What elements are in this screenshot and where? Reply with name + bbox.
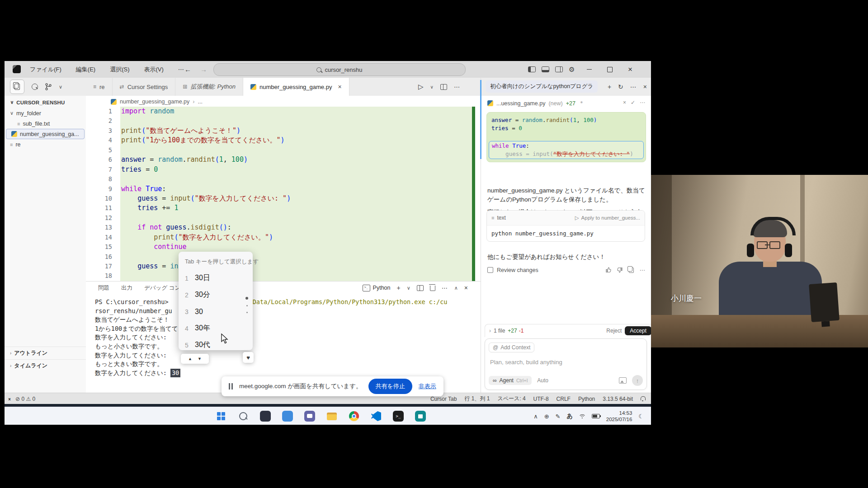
terminal-app-icon[interactable]: >_ [392,410,404,422]
stop-sharing-button[interactable]: 共有を停止 [368,379,412,394]
ime-candidate[interactable]: 430年 [185,320,210,337]
panel-more-icon[interactable]: ⋯ [442,285,448,291]
menu-item[interactable]: ファイル(F) [27,64,64,75]
wifi-icon[interactable] [579,414,585,418]
accept-all-button[interactable]: Accept [625,326,651,335]
notifications-bell-icon[interactable] [641,396,646,400]
search-view-icon[interactable] [32,84,38,90]
chevron-right-icon[interactable]: › [489,328,491,334]
chat-close-icon[interactable]: × [643,83,647,90]
tree-item[interactable]: ∨my_folder [5,108,86,118]
chat-history-icon[interactable]: ↻ [618,83,623,90]
close-panel-icon[interactable]: × [464,284,468,291]
new-terminal-icon[interactable]: + [397,284,401,291]
chevron-down-icon[interactable]: ∨ [59,84,62,90]
do-not-disturb-icon[interactable]: ☾ [638,413,644,420]
chat-file-undo-icon[interactable]: × [623,99,626,106]
split-editor-icon[interactable] [440,84,447,90]
taskbar-teams-icon[interactable] [304,410,316,422]
send-button[interactable]: ↑ [632,375,643,386]
thumbs-down-icon[interactable] [617,267,623,273]
tree-item[interactable]: ≡sub_file.txt [5,118,86,129]
network-globe-icon[interactable]: ⊕ [544,413,549,420]
files-count[interactable]: 1 file [494,328,505,334]
code-editor[interactable]: number_guessing_game.py › ... 1import ra… [86,96,481,281]
terminal-shell-chip[interactable]: >_ Python [363,285,391,291]
section-タイムライン[interactable]: ›タイムライン [5,359,86,372]
nav-back-icon[interactable]: ← [184,66,191,73]
terminal-dropdown-icon[interactable]: ∨ [407,285,410,291]
status-item[interactable]: CRLF [557,396,571,402]
pause-share-icon[interactable] [229,383,233,389]
panel-sash[interactable] [480,80,481,159]
taskbar-search-icon[interactable] [237,410,249,422]
panel-tab-問題[interactable]: 問題 [98,284,109,292]
status-item[interactable]: スペース: 4 [497,395,525,403]
panel-tab-出力[interactable]: 出力 [121,284,132,292]
toggle-panel-icon[interactable] [542,66,549,72]
code-card-command[interactable]: python number_guessing_game.py [487,225,645,241]
chat-composer[interactable]: @ Add Context Plan, search, build anythi… [485,338,647,390]
terminal-output[interactable]: PS C:\cursor_renshu> Data/Local/Programs… [95,298,447,377]
tab--python[interactable]: ⊞拡張機能: Python [175,78,243,96]
close-tab-icon[interactable]: × [338,83,341,90]
gear-icon[interactable]: ⚙ [569,66,575,73]
maximize-panel-icon[interactable]: ∧ [454,285,458,291]
vscode-icon[interactable] [370,410,382,422]
hide-share-bar-link[interactable]: 非表示 [419,382,436,390]
tab-number-guessing-game-py[interactable]: number_guessing_game.py× [243,78,349,96]
new-chat-icon[interactable]: + [608,83,611,90]
ime-favorite-icon[interactable]: ♥ [243,352,254,363]
chat-more-icon[interactable]: ⋯ [630,83,637,90]
ime-candidate[interactable]: 530代 [185,337,210,353]
command-search-input[interactable]: cursor_renshu [213,63,466,76]
run-dropdown-icon[interactable]: ∨ [430,84,434,89]
pen-icon[interactable]: ✎ [556,413,561,420]
breadcrumb[interactable]: number_guessing_game.py › ... [111,97,203,106]
taskbar-clock[interactable]: 14:53 2025/07/16 [606,410,632,422]
section-アウトライン[interactable]: ›アウトライン [5,347,86,359]
run-python-button[interactable]: ▷ [418,83,424,91]
file-explorer-icon[interactable] [326,410,338,422]
review-changes-label[interactable]: Review changes [497,267,538,273]
nav-forward-icon[interactable]: → [200,66,207,73]
chat-file-more-icon[interactable]: ⋯ [640,99,645,106]
menu-item[interactable]: 表示(V) [142,64,166,75]
review-more-icon[interactable]: ⋯ [640,267,646,273]
taskbar-widgets-icon[interactable] [282,410,293,422]
ime-mode-indicator[interactable]: あ [566,412,572,420]
tray-chevron-icon[interactable]: ∧ [533,413,538,420]
explorer-view-button[interactable] [10,80,24,94]
agent-mode-chip[interactable]: ∞ Agent Ctrl+I [489,376,532,385]
ime-page-up-icon[interactable]: ▲ [188,357,192,361]
ime-candidate[interactable]: 330 [185,303,210,320]
remote-indicator-icon[interactable]: ›‹ [8,396,10,402]
reject-all-button[interactable]: Reject [603,327,625,335]
menu-item[interactable]: 編集(E) [73,64,98,75]
chrome-icon[interactable] [348,410,360,422]
tree-item[interactable]: ≡re [5,139,86,150]
git-branch-icon[interactable] [45,83,52,90]
chat-file-accept-icon[interactable]: ✓ [631,99,635,106]
battery-icon[interactable] [592,414,600,418]
chat-file-chip[interactable]: ...uessing_game.py (new) +27 ＊ [487,99,584,107]
close-window-button[interactable]: × [628,66,632,73]
toggle-sidebar-icon[interactable] [528,66,536,72]
status-item[interactable]: Python [578,396,595,402]
copy-icon[interactable] [629,267,634,273]
toggle-secondary-sidebar-icon[interactable] [555,66,563,72]
taskbar-app-dark-icon[interactable] [259,410,271,422]
ime-candidate[interactable]: 230分 [185,286,210,303]
apply-code-button[interactable]: ▷Apply to number_guess... [575,215,640,221]
tab-re[interactable]: ≡re [86,78,113,96]
attach-image-icon[interactable] [619,377,627,384]
chat-tab[interactable]: 初心者向けのシンプルなpythonプログラ [486,80,598,93]
explorer-root[interactable]: ∨ CURSOR_RENSHU [5,96,86,108]
editor-more-icon[interactable]: ⋯ [454,84,460,90]
status-item[interactable]: Cursor Tab [430,396,457,402]
tab-cursor-settings[interactable]: ⇄Cursor Settings [113,78,176,96]
thumbs-up-icon[interactable] [605,267,611,273]
start-button[interactable] [215,410,227,422]
ime-candidate[interactable]: 130日 [185,270,210,286]
tree-item[interactable]: number_guessing_ga... [6,129,85,139]
